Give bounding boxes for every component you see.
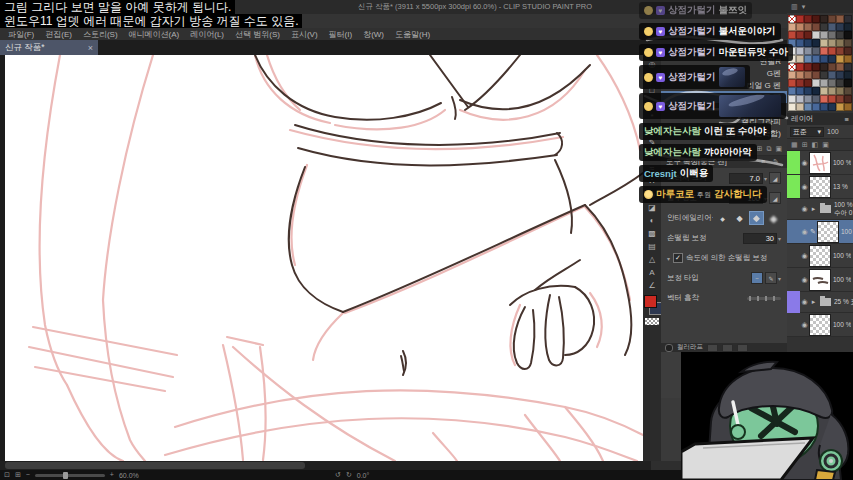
menu-item-애니메이션A[interactable]: 애니메이션(A) bbox=[129, 29, 180, 40]
palette-swatch[interactable] bbox=[788, 95, 796, 103]
palette-swatch[interactable] bbox=[812, 103, 820, 111]
transparent-color-swatch[interactable] bbox=[645, 318, 659, 325]
layer-mask-icon[interactable]: ◧ bbox=[812, 141, 819, 149]
antialias-weak-button[interactable]: ◆ bbox=[732, 211, 747, 225]
decoration-tool[interactable]: ◈ bbox=[645, 188, 659, 201]
subtool-item[interactable]: G펜 bbox=[661, 67, 787, 79]
layer-row[interactable]: ◉100 % bbox=[787, 268, 853, 292]
palette-swatch[interactable] bbox=[844, 47, 852, 55]
palette-swatch[interactable] bbox=[788, 23, 796, 31]
palette-swatch[interactable] bbox=[812, 79, 820, 87]
palette-swatch[interactable] bbox=[804, 31, 812, 39]
brush-size-input[interactable]: 7.0 bbox=[729, 173, 763, 184]
palette-swatch[interactable] bbox=[828, 15, 836, 23]
palette-swatch[interactable] bbox=[820, 79, 828, 87]
palette-swatch[interactable] bbox=[788, 79, 796, 87]
palette-swatch[interactable] bbox=[836, 71, 844, 79]
lasso-tool[interactable]: ○ bbox=[645, 97, 659, 110]
palette-swatch[interactable] bbox=[812, 87, 820, 95]
new-folder-icon[interactable]: ⊞ bbox=[802, 141, 808, 149]
zoom-slider-thumb[interactable] bbox=[63, 472, 68, 479]
layer-visibility-icon[interactable]: ◉ bbox=[800, 183, 809, 191]
layer-visibility-icon[interactable]: ◉ bbox=[800, 205, 809, 213]
palette-swatch[interactable] bbox=[788, 55, 796, 63]
palette-swatch[interactable] bbox=[844, 103, 852, 111]
palette-swatch[interactable] bbox=[796, 103, 804, 111]
delete-subtool-icon[interactable]: ▣ bbox=[775, 145, 782, 153]
foreground-color-swatch[interactable] bbox=[644, 295, 657, 308]
subtool-item[interactable]: 캘리그라피 bbox=[661, 115, 787, 127]
palette-swatch[interactable] bbox=[836, 15, 844, 23]
palette-swatch[interactable] bbox=[820, 63, 828, 71]
operation-tool[interactable]: ◎ bbox=[645, 58, 659, 71]
layer-visibility-icon[interactable]: ◉ bbox=[800, 298, 809, 306]
palette-swatch[interactable] bbox=[820, 23, 828, 31]
palette-swatch[interactable] bbox=[828, 95, 836, 103]
layer-visibility-icon[interactable]: ◉ bbox=[800, 228, 809, 236]
palette-swatch[interactable] bbox=[804, 63, 812, 71]
pencil-tool[interactable]: ✏ bbox=[645, 149, 659, 162]
canvas-horizontal-scrollbar[interactable] bbox=[0, 461, 651, 470]
palette-swatch[interactable] bbox=[804, 39, 812, 47]
palette-swatch[interactable] bbox=[812, 55, 820, 63]
palette-swatch[interactable] bbox=[804, 95, 812, 103]
menu-item-표시V[interactable]: 표시(V) bbox=[291, 29, 318, 40]
palette-swatch[interactable] bbox=[844, 79, 852, 87]
add-subtool-icon[interactable]: ⊞ bbox=[757, 145, 763, 153]
antialias-none-button[interactable]: ◆ bbox=[715, 211, 730, 225]
palette-swatch[interactable] bbox=[828, 103, 836, 111]
stabilize-input[interactable]: 30 bbox=[743, 233, 777, 244]
palette-swatch[interactable] bbox=[844, 63, 852, 71]
palette-swatch[interactable] bbox=[828, 87, 836, 95]
scrollbar-thumb[interactable] bbox=[5, 462, 305, 469]
drawing-canvas[interactable] bbox=[5, 55, 643, 461]
layer-row[interactable]: ◉▸25 % 표준 bbox=[787, 292, 853, 313]
menu-item-도움말H[interactable]: 도움말(H) bbox=[395, 29, 430, 40]
palette-swatch[interactable] bbox=[820, 95, 828, 103]
palette-swatch[interactable] bbox=[788, 87, 796, 95]
palette-swatch[interactable] bbox=[812, 39, 820, 47]
palette-swatch[interactable] bbox=[796, 55, 804, 63]
opacity-input[interactable]: 100 bbox=[729, 193, 763, 204]
speed-stabilize-checkbox[interactable]: ✓ bbox=[673, 253, 683, 263]
palette-swatch[interactable] bbox=[836, 79, 844, 87]
palette-swatch[interactable] bbox=[836, 103, 844, 111]
antialias-strong-button[interactable]: ◆ bbox=[766, 211, 781, 225]
palette-swatch[interactable] bbox=[820, 39, 828, 47]
menu-item-편집E[interactable]: 편집(E) bbox=[45, 29, 72, 40]
palette-tab-icon[interactable]: ▥ bbox=[791, 3, 798, 11]
stabilize-spinner-icon[interactable]: ▾ bbox=[778, 235, 781, 242]
palette-swatch[interactable] bbox=[812, 31, 820, 39]
menu-item-필터I[interactable]: 필터(I) bbox=[329, 29, 353, 40]
palette-swatch[interactable] bbox=[820, 31, 828, 39]
layer-row[interactable]: ◉13 % bbox=[787, 175, 853, 199]
menu-item-선택범위S[interactable]: 선택 범위(S) bbox=[235, 29, 280, 40]
zoom-out-icon[interactable]: − bbox=[26, 470, 30, 480]
document-tab[interactable]: 신규 작품* × bbox=[0, 40, 98, 55]
layer-row[interactable]: ◉100 % bbox=[787, 313, 853, 337]
layers-menu-icon[interactable]: ≡ bbox=[845, 115, 849, 124]
palette-swatch[interactable] bbox=[836, 63, 844, 71]
bar-button-1[interactable] bbox=[707, 344, 718, 352]
palette-swatch[interactable] bbox=[844, 87, 852, 95]
palette-swatch[interactable] bbox=[804, 103, 812, 111]
bar-button-2[interactable] bbox=[722, 344, 733, 352]
subtool-item[interactable]: 리얼 G 펜 bbox=[661, 79, 787, 91]
palette-swatch[interactable] bbox=[820, 87, 828, 95]
palette-swatch[interactable] bbox=[788, 103, 796, 111]
menu-item-창W[interactable]: 창(W) bbox=[363, 29, 384, 40]
palette-swatch[interactable] bbox=[828, 23, 836, 31]
palette-swatch[interactable] bbox=[796, 39, 804, 47]
palette-swatch[interactable] bbox=[836, 55, 844, 63]
layer-row[interactable]: ◉100 % bbox=[787, 151, 853, 175]
opacity-dynamics-icon[interactable]: ◢ bbox=[769, 192, 781, 204]
palette-swatch[interactable] bbox=[812, 47, 820, 55]
palette-swatch[interactable] bbox=[812, 15, 820, 23]
brush-size-spinner-icon[interactable]: ▾ bbox=[764, 175, 767, 182]
folder-expand-icon[interactable]: ▸ bbox=[809, 298, 818, 306]
layer-visibility-icon[interactable]: ◉ bbox=[800, 276, 809, 284]
palette-dropdown-icon[interactable]: ▾ bbox=[802, 3, 806, 11]
fit-view-icon[interactable]: ⊡ bbox=[4, 470, 10, 480]
antialias-middle-button[interactable]: ◆ bbox=[749, 211, 764, 225]
palette-swatch[interactable] bbox=[804, 87, 812, 95]
